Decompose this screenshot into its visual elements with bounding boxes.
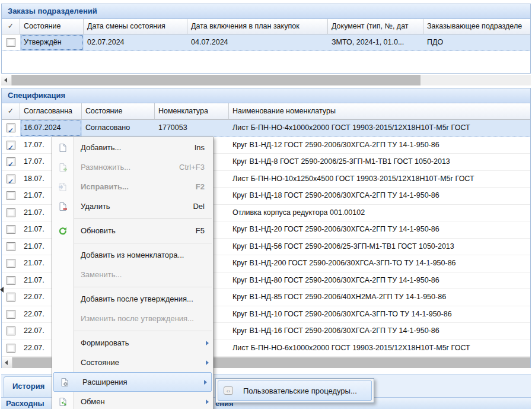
menu-item-label: Состояние	[74, 358, 206, 367]
menu-item[interactable]: Изменить после утверждения...	[52, 309, 213, 328]
state-cell[interactable]: Согласовано	[82, 120, 155, 137]
column-header-state[interactable]: Состояние	[20, 19, 84, 34]
row-select-cell[interactable]	[2, 239, 20, 255]
menu-item[interactable]: Обмен	[52, 392, 213, 409]
row-checkbox-checked[interactable]	[7, 157, 15, 166]
submenu-arrow-icon	[206, 341, 209, 345]
row-select-cell[interactable]	[2, 340, 20, 357]
column-header-state-change-date[interactable]: Дата смены состояния	[84, 19, 187, 34]
state-change-date-cell[interactable]: 02.07.2024	[84, 34, 187, 50]
menu-item[interactable]: УдалитьDel	[52, 196, 213, 216]
nomenclature-name-cell[interactable]: Круг В1-НД-18 ГОСТ 2590-2006/30ХГСА-2ГП …	[229, 188, 530, 204]
menu-item[interactable]: Заменить...	[52, 265, 213, 284]
department-cell[interactable]: ПДО	[423, 34, 530, 50]
row-checkbox[interactable]	[7, 191, 15, 200]
row-select-cell[interactable]	[2, 34, 20, 50]
menu-item[interactable]: Расширения	[53, 372, 212, 392]
select-all-column-header[interactable]: ✓	[2, 103, 20, 120]
plan-date-cell[interactable]: 04.07.2024	[187, 34, 328, 50]
scrollbar-thumb[interactable]	[12, 75, 420, 85]
row-checkbox[interactable]	[7, 276, 15, 285]
nomenclature-name-cell[interactable]: Лист Б-ПН-НО-4х1000х2000 ГОСТ 19903-2015…	[229, 120, 530, 137]
nomenclature-name-cell[interactable]: Круг В1-НД-10 ГОСТ 2590-2006/30ХГСА-3ГП-…	[229, 306, 530, 323]
menu-item-label: Обмен	[74, 397, 206, 406]
scroll-left-arrow-icon[interactable]	[1, 75, 12, 85]
nomenclature-name-cell[interactable]: Лист Б-ПН-НО-6х1000х2000 ГОСТ 19903-2015…	[229, 340, 530, 357]
tab-history[interactable]: История	[4, 376, 57, 398]
nomenclature-name-cell[interactable]: Круг В1-НД-56 ГОСТ 2590-2006/25-3ГП-М1-Т…	[229, 239, 530, 255]
submenu-arrow-icon	[206, 400, 209, 404]
nomenclature-name-cell[interactable]: Лист Б-ПН-НО-10х1250х4500 ГОСТ 19903-201…	[229, 171, 530, 188]
table-row[interactable]: 16.07.2024Согласовано1770053Лист Б-ПН-НО…	[2, 120, 530, 137]
row-select-cell[interactable]	[2, 205, 20, 221]
row-select-cell[interactable]	[2, 306, 20, 323]
menu-item-label: Формировать	[74, 338, 206, 347]
menu-item-user-procedures[interactable]: ‹› Пользовательские процедуры...	[218, 381, 372, 401]
script-icon: ‹›	[218, 385, 238, 396]
menu-item-label: Исправить...	[74, 182, 196, 191]
row-select-cell[interactable]	[2, 323, 20, 340]
row-select-cell[interactable]	[2, 120, 20, 137]
nomenclature-name-cell[interactable]: Круг В1-НД-12 ГОСТ 2590-2006/30ХГСА-2ГП …	[229, 137, 530, 154]
extensions-submenu: ‹› Пользовательские процедуры...	[215, 378, 374, 403]
menu-item[interactable]: Добавить из номенклатора...	[52, 245, 213, 265]
orders-horizontal-scrollbar[interactable]	[1, 75, 531, 85]
row-checkbox[interactable]	[7, 242, 15, 251]
nomenclature-name-cell[interactable]: Круг В1-НД-85 ГОСТ 2590-2006/40ХН2МА-2ГП…	[229, 289, 530, 306]
menu-item[interactable]: ОбновитьF5	[52, 221, 213, 240]
select-all-column-header[interactable]: ✓	[2, 19, 20, 34]
row-checkbox-checked[interactable]	[7, 141, 15, 150]
row-checkbox-checked[interactable]	[7, 175, 15, 183]
scroll-left-arrow-icon[interactable]	[2, 357, 12, 368]
row-select-cell[interactable]	[2, 221, 20, 238]
nomenclature-name-cell[interactable]: Отливка корпуса редуктора 001.00102	[229, 205, 530, 221]
row-checkbox[interactable]	[7, 344, 15, 353]
row-select-cell[interactable]	[2, 154, 20, 170]
menu-item[interactable]: Формировать	[52, 333, 213, 353]
specification-panel-title: Спецификация	[2, 88, 530, 103]
nomenclature-name-cell[interactable]: Круг В1-НД-20 ГОСТ 2590-2006/30ХГСА-2ГП …	[229, 221, 530, 238]
menu-item[interactable]: Размножить...Ctrl+F3	[52, 157, 213, 177]
row-select-cell[interactable]	[2, 272, 20, 289]
row-checkbox[interactable]	[7, 293, 15, 302]
nomenclature-name-cell[interactable]: Круг В1-НД-80 ГОСТ 2590-2006/30ХГСА-2ГП …	[229, 272, 530, 289]
nomenclature-name-cell[interactable]: Круг В1-НД-16 ГОСТ 2590-2006/30ХГСА-2ГП …	[229, 323, 530, 340]
row-checkbox[interactable]	[7, 326, 15, 335]
row-select-cell[interactable]	[2, 289, 20, 306]
menu-item-label: Добавить после утверждения...	[74, 294, 213, 303]
row-checkbox[interactable]	[7, 38, 15, 47]
column-header-document[interactable]: Документ (тип, №, дат	[328, 19, 423, 34]
column-header-state[interactable]: Состояние	[82, 103, 155, 120]
row-select-cell[interactable]	[2, 171, 20, 188]
agreed-date-cell[interactable]: 16.07.2024	[20, 120, 82, 137]
row-select-cell[interactable]	[2, 255, 20, 272]
row-select-cell[interactable]	[2, 188, 20, 204]
menu-separator	[74, 218, 212, 219]
nomenclature-name-cell[interactable]: Круг В1-НД-200 ГОСТ 2590-2006/30ХГСА-3ГП…	[229, 255, 530, 272]
column-header-department[interactable]: Заказывающее подразделе	[423, 19, 530, 34]
menu-item[interactable]: Добавить после утверждения...	[52, 289, 213, 309]
nomenclature-cell[interactable]: 1770053	[155, 120, 229, 137]
menu-separator	[74, 287, 212, 287]
splitter-collapse-arrow-icon[interactable]	[0, 287, 4, 293]
document-cell[interactable]: ЗМТО, 2024-1, 01.0...	[328, 34, 423, 50]
menu-item-shortcut: F2	[196, 182, 205, 191]
row-checkbox[interactable]	[7, 259, 15, 268]
state-cell[interactable]: Утверждён	[20, 34, 84, 50]
nomenclature-name-cell[interactable]: Круг В1-НД-8 ГОСТ 2590-2006/25-3ГП-М1-ТВ…	[229, 154, 530, 170]
column-header-nomenclature[interactable]: Номенклатура	[155, 103, 229, 120]
menu-item[interactable]: Состояние	[52, 353, 213, 372]
menu-item[interactable]: Исправить...F2	[52, 177, 213, 196]
menu-item[interactable]: Добавить...Ins	[52, 138, 213, 157]
row-checkbox[interactable]	[7, 225, 15, 234]
column-header-plan-date[interactable]: Дата включения в план закупок	[187, 19, 328, 34]
row-checkbox[interactable]	[7, 208, 15, 217]
row-select-cell[interactable]	[2, 137, 20, 154]
row-checkbox[interactable]	[7, 310, 15, 319]
column-header-nomenclature-name[interactable]: Наименование номенклатуры	[229, 103, 530, 120]
menu-separator	[74, 243, 212, 243]
orders-table-row[interactable]: Утверждён 02.07.2024 04.07.2024 ЗМТО, 20…	[2, 34, 530, 51]
row-checkbox-checked[interactable]	[7, 123, 15, 132]
page-minus-icon	[52, 202, 74, 211]
column-header-agreed-date[interactable]: Согласованна	[20, 103, 82, 120]
